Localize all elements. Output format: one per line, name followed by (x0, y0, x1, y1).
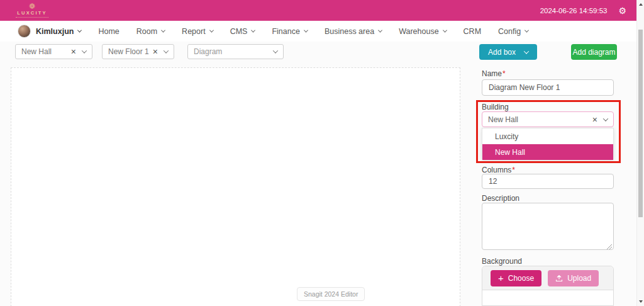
choose-button[interactable]: + Choose (491, 270, 541, 286)
chevron-down-icon (603, 116, 608, 121)
nav-item-business-area[interactable]: Business area (325, 27, 382, 36)
chevron-down-icon (164, 48, 169, 53)
nav-item-home[interactable]: Home (98, 27, 119, 36)
nav-item-cms[interactable]: CMS (230, 27, 255, 36)
scrollbar-thumb[interactable] (638, 30, 643, 217)
scroll-up-arrow-icon[interactable] (639, 3, 643, 6)
x-icon[interactable]: × (153, 47, 158, 56)
app-header: ❁ LUXCITY 2024-06-26 14:59:53 ⚙ (0, 0, 636, 21)
chevron-down-icon (443, 28, 447, 33)
columns-label: Columns* (482, 166, 515, 174)
page-scrollbar[interactable] (636, 0, 644, 306)
chevron-down-icon (161, 28, 165, 33)
name-label: Name* (482, 69, 506, 78)
gear-icon[interactable]: ⚙ (618, 6, 626, 15)
header-right: 2024-06-26 14:59:53 ⚙ (540, 6, 626, 15)
name-input[interactable] (482, 79, 614, 96)
x-icon[interactable]: × (71, 47, 76, 56)
floor-filter-select[interactable]: New Floor 1 × (102, 44, 174, 59)
chevron-down-icon (525, 28, 529, 33)
chevron-down-icon (378, 28, 382, 33)
chevron-down-icon (82, 48, 87, 53)
resize-handle-icon[interactable] (606, 243, 612, 249)
main-navbar: Kimluxjun Home Room Report CMS Finance B… (0, 21, 636, 42)
brand-tagline (16, 17, 48, 18)
add-diagram-button[interactable]: Add diagram (571, 44, 617, 60)
nav-item-crm[interactable]: CRM (464, 27, 481, 36)
add-box-button[interactable]: Add box (479, 44, 537, 60)
nav-item-room[interactable]: Room (136, 27, 165, 36)
avatar[interactable] (18, 25, 31, 38)
option-luxcity[interactable]: Luxcity (482, 128, 613, 144)
nav-item-finance[interactable]: Finance (272, 27, 307, 36)
plus-icon: + (498, 273, 504, 283)
building-select[interactable]: New Hall × (482, 111, 614, 127)
building-options-dropdown: Luxcity New Hall (482, 128, 614, 159)
chevron-down-icon (304, 28, 308, 33)
upload-toolbar: + Choose Upload (482, 266, 613, 290)
upload-button[interactable]: Upload (548, 270, 599, 286)
scroll-down-arrow-icon[interactable] (639, 300, 643, 303)
columns-input[interactable] (482, 174, 614, 189)
view-type-select[interactable]: Diagram (187, 44, 284, 59)
nav-item-warehouse[interactable]: Warehouse (399, 27, 446, 36)
building-filter-select[interactable]: New Hall × (15, 44, 92, 59)
brand-name: LUXCITY (17, 11, 47, 16)
chevron-down-icon (251, 28, 255, 33)
background-label: Background (482, 257, 522, 266)
chevron-down-icon (524, 48, 529, 54)
description-textarea[interactable] (482, 203, 614, 250)
chevron-down-icon (77, 28, 82, 33)
chevron-down-icon (209, 28, 214, 33)
diagram-canvas[interactable] (11, 67, 460, 306)
chevron-down-icon (273, 48, 278, 53)
option-new-hall[interactable]: New Hall (482, 144, 613, 160)
flower-icon: ❁ (29, 3, 35, 9)
nav-item-config[interactable]: Config (498, 27, 528, 36)
luxcity-logo[interactable]: ❁ LUXCITY (16, 3, 48, 18)
background-upload-panel: + Choose Upload (482, 266, 614, 306)
user-name: Kimluxjun (36, 27, 74, 36)
nav-item-report[interactable]: Report (182, 27, 213, 36)
upload-icon (555, 275, 563, 282)
x-icon[interactable]: × (592, 115, 597, 124)
building-label: Building (482, 103, 509, 111)
snagit-watermark: Snagit 2024 Editor (297, 287, 365, 301)
user-menu[interactable]: Kimluxjun (36, 27, 81, 36)
description-label: Description (482, 194, 519, 203)
clock-timestamp: 2024-06-26 14:59:53 (540, 7, 608, 14)
